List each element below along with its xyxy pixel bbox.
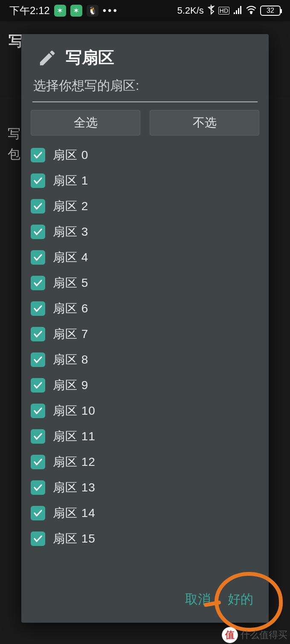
watermark: 值 什么值得买 — [222, 627, 287, 643]
sector-row[interactable]: 扇区 8 — [31, 347, 259, 373]
network-speed: 5.2K/s — [177, 5, 203, 16]
cancel-button[interactable]: 取消 — [185, 591, 211, 608]
checkbox[interactable] — [31, 199, 45, 214]
sector-label: 扇区 1 — [53, 173, 88, 189]
clock: 下午2:12 — [9, 4, 50, 17]
wechat-icon: ✶ — [54, 5, 66, 17]
sector-label: 扇区 14 — [53, 505, 96, 521]
sector-label: 扇区 13 — [53, 479, 96, 496]
wifi-icon — [246, 5, 257, 17]
checkbox[interactable] — [31, 173, 45, 188]
checkbox[interactable] — [31, 352, 45, 367]
checkbox[interactable] — [31, 531, 45, 546]
status-bar: 下午2:12 ✶ ✶ 🐧 ••• 5.2K/s HD 32 — [0, 0, 290, 21]
sector-label: 扇区 12 — [53, 454, 96, 470]
checkbox[interactable] — [31, 404, 45, 418]
sector-row[interactable]: 扇区 12 — [31, 449, 259, 475]
sector-row[interactable]: 扇区 15 — [31, 526, 259, 552]
sector-row[interactable]: 扇区 3 — [31, 219, 259, 245]
checkbox[interactable] — [31, 480, 45, 495]
sector-row[interactable]: 扇区 2 — [31, 193, 259, 219]
sector-list: 扇区 0扇区 1扇区 2扇区 3扇区 4扇区 5扇区 6扇区 7扇区 8扇区 9… — [21, 140, 269, 552]
wechat-icon: ✶ — [70, 5, 82, 17]
checkbox[interactable] — [31, 455, 45, 469]
sector-row[interactable]: 扇区 7 — [31, 321, 259, 347]
sector-label: 扇区 8 — [53, 352, 88, 368]
sector-row[interactable]: 扇区 9 — [31, 373, 259, 398]
checkbox[interactable] — [31, 225, 45, 239]
select-none-button[interactable]: 不选 — [150, 110, 259, 136]
sector-label: 扇区 15 — [53, 531, 96, 547]
bg-text-fragment: 包 — [8, 144, 20, 165]
select-all-button[interactable]: 全选 — [31, 110, 140, 136]
sector-label: 扇区 3 — [53, 224, 88, 240]
sector-row[interactable]: 扇区 0 — [31, 142, 259, 168]
checkbox[interactable] — [31, 148, 45, 162]
checkbox[interactable] — [31, 301, 45, 316]
sector-row[interactable]: 扇区 5 — [31, 270, 259, 296]
checkbox[interactable] — [31, 506, 45, 520]
svg-point-0 — [250, 12, 252, 14]
write-sector-dialog: 写扇区 选择你想写的扇区: 全选 不选 扇区 0扇区 1扇区 2扇区 3扇区 4… — [21, 34, 269, 623]
sector-row[interactable]: 扇区 4 — [31, 245, 259, 270]
pencil-icon — [38, 48, 57, 68]
sector-label: 扇区 11 — [53, 428, 96, 445]
checkbox[interactable] — [31, 378, 45, 393]
checkbox[interactable] — [31, 250, 45, 265]
sector-label: 扇区 9 — [53, 377, 88, 393]
checkbox[interactable] — [31, 429, 45, 444]
sector-row[interactable]: 扇区 14 — [31, 500, 259, 526]
sector-row[interactable]: 扇区 11 — [31, 424, 259, 449]
sector-label: 扇区 6 — [53, 300, 88, 317]
hd-label: HD — [218, 7, 229, 14]
battery-icon: 32 — [260, 6, 281, 16]
more-icon: ••• — [103, 5, 119, 17]
dialog-title: 写扇区 — [66, 47, 114, 69]
sector-row[interactable]: 扇区 13 — [31, 475, 259, 500]
sector-label: 扇区 4 — [53, 249, 88, 266]
bluetooth-icon — [207, 4, 215, 17]
bg-text-fragment: 写 — [8, 124, 20, 144]
signal-icon — [233, 5, 242, 17]
checkbox[interactable] — [31, 327, 45, 341]
sector-label: 扇区 10 — [53, 403, 96, 419]
sector-label: 扇区 2 — [53, 198, 88, 214]
qq-icon: 🐧 — [87, 5, 99, 17]
sector-label: 扇区 5 — [53, 275, 88, 291]
sector-row[interactable]: 扇区 10 — [31, 398, 259, 424]
watermark-text: 什么值得买 — [241, 629, 287, 641]
sector-label: 扇区 7 — [53, 326, 88, 342]
sector-row[interactable]: 扇区 1 — [31, 168, 259, 193]
dialog-subtitle: 选择你想写的扇区: — [21, 71, 269, 99]
sector-label: 扇区 0 — [53, 147, 88, 163]
sector-row[interactable]: 扇区 6 — [31, 296, 259, 321]
ok-button[interactable]: 好的 — [228, 591, 253, 608]
checkbox[interactable] — [31, 276, 45, 290]
divider — [32, 101, 258, 102]
watermark-badge: 值 — [222, 627, 238, 643]
